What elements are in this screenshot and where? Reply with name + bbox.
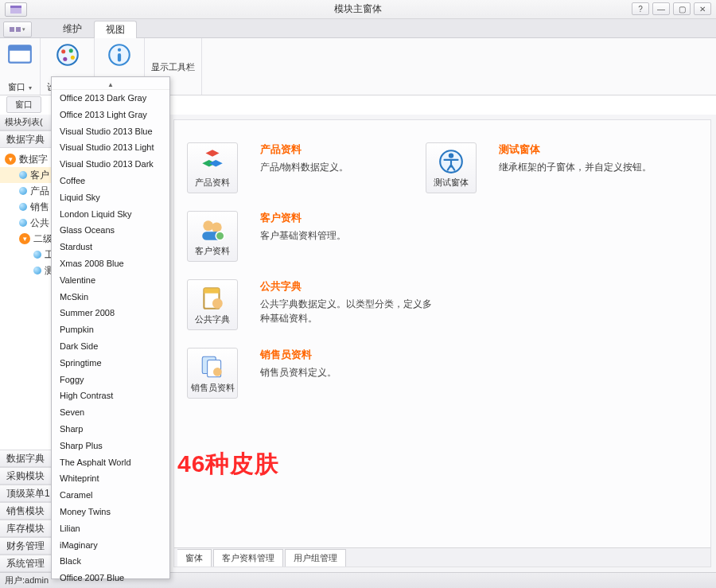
content-area: 产品资料 产品资料产品/物料数据定义。 客户资料 客户资料客户基础资料管理。 公… bbox=[169, 115, 716, 572]
skin-menu-item[interactable]: Coffee bbox=[52, 173, 169, 189]
help-button[interactable]: ? bbox=[632, 2, 649, 15]
skin-menu-item[interactable]: Office 2007 Blue bbox=[52, 570, 169, 586]
skin-menu-item[interactable]: Pumpkin bbox=[52, 321, 169, 338]
node-icon bbox=[33, 251, 41, 259]
skin-menu-item[interactable]: Money Twins bbox=[52, 504, 169, 520]
card-customer[interactable]: 客户资料 客户资料客户基础资料管理。 bbox=[187, 211, 435, 262]
svg-point-7 bbox=[70, 56, 74, 60]
skin-menu-item[interactable]: Sharp Plus bbox=[52, 438, 169, 454]
skin-count-annotation: 46种皮肤 bbox=[177, 448, 279, 481]
accessibility-icon bbox=[438, 148, 465, 175]
card-column-right: 测试窗体 测试窗体继承框架的子窗体，并自定义按钮。 bbox=[426, 142, 652, 211]
notebook-icon bbox=[199, 285, 226, 312]
skin-menu-item[interactable]: Glass Oceans bbox=[52, 222, 169, 239]
svg-point-4 bbox=[57, 45, 78, 65]
svg-point-6 bbox=[68, 49, 72, 53]
svg-point-21 bbox=[212, 298, 223, 309]
skin-menu-item[interactable]: Summer 2008 bbox=[52, 305, 169, 321]
skin-menu-item[interactable]: Foggy bbox=[52, 372, 169, 388]
window-title: 模块主窗体 bbox=[0, 2, 716, 16]
svg-rect-20 bbox=[204, 288, 219, 293]
skin-menu-item[interactable]: Visual Studio 2013 Blue bbox=[52, 123, 169, 140]
skin-menu-item[interactable]: iMaginary bbox=[52, 537, 169, 554]
node-icon bbox=[19, 219, 27, 227]
svg-point-26 bbox=[449, 153, 453, 158]
svg-point-15 bbox=[203, 220, 213, 231]
card-dictionary[interactable]: 公共字典 公共字典公共字典数据定义。以类型分类，定义多种基础资料。 bbox=[187, 279, 435, 330]
content-inner: 产品资料 产品资料产品/物料数据定义。 客户资料 客户资料客户基础资料管理。 公… bbox=[173, 119, 711, 567]
ribbon-tab-row: ▾ 维护 视图 bbox=[0, 19, 716, 38]
collapse-icon[interactable]: ▾ bbox=[19, 233, 30, 244]
skin-menu-item[interactable]: Dark Side bbox=[52, 338, 169, 355]
skin-menu-item[interactable]: McSkin bbox=[52, 289, 169, 306]
info-icon bbox=[106, 41, 133, 68]
maximize-button[interactable]: ▢ bbox=[673, 2, 691, 15]
scroll-up-arrow[interactable]: ▲ bbox=[52, 80, 169, 90]
svg-point-16 bbox=[212, 222, 222, 232]
skin-menu-item[interactable]: Visual Studio 2013 Light bbox=[52, 139, 169, 156]
quick-access-toolbar[interactable]: ▾ bbox=[3, 21, 32, 37]
bottom-tab[interactable]: 客户资料管理 bbox=[213, 549, 283, 567]
bottom-tab[interactable]: 窗体 bbox=[177, 549, 212, 567]
bottom-tab[interactable]: 用户组管理 bbox=[285, 549, 346, 567]
svg-rect-1 bbox=[10, 6, 21, 8]
skin-menu-item[interactable]: London Liquid Sky bbox=[52, 206, 169, 223]
skin-dropdown[interactable]: ▲ Office 2013 Dark GrayOffice 2013 Light… bbox=[51, 76, 170, 579]
svg-point-8 bbox=[63, 57, 67, 61]
svg-point-24 bbox=[213, 368, 222, 376]
skin-menu-item[interactable]: Springtime bbox=[52, 355, 169, 372]
ribbon-tab-maintain[interactable]: 维护 bbox=[51, 20, 94, 37]
ribbon-window-button[interactable]: 窗口 ▾ bbox=[0, 38, 41, 95]
skin-menu-item[interactable]: High Contrast bbox=[52, 387, 169, 404]
chevron-down-icon: ▾ bbox=[29, 84, 32, 92]
users-icon bbox=[199, 216, 226, 243]
svg-point-5 bbox=[61, 49, 65, 53]
palette-icon bbox=[54, 41, 81, 68]
close-button[interactable]: ✕ bbox=[694, 2, 711, 15]
skin-menu-item[interactable]: Sharp bbox=[52, 421, 169, 438]
svg-point-10 bbox=[118, 49, 121, 52]
skin-menu-item[interactable]: Liquid Sky bbox=[52, 189, 169, 206]
title-bar: 模块主窗体 ? — ▢ ✕ bbox=[0, 0, 716, 19]
ribbon-window-label: 窗口 bbox=[8, 82, 25, 92]
skin-menu-item[interactable]: Lilian bbox=[52, 520, 169, 537]
skin-menu-item[interactable]: Valentine bbox=[52, 272, 169, 289]
collapse-icon[interactable]: ▾ bbox=[5, 154, 16, 165]
window-buttons: ? — ▢ ✕ bbox=[632, 2, 711, 15]
skin-menu-item[interactable]: Whiteprint bbox=[52, 470, 169, 487]
card-salesman[interactable]: 销售员资料 销售员资料销售员资料定义。 bbox=[187, 348, 435, 399]
skin-menu-item[interactable]: Caramel bbox=[52, 487, 169, 504]
skin-menu-item[interactable]: Office 2013 Dark Gray bbox=[52, 90, 169, 107]
skin-menu-item[interactable]: The Asphalt World bbox=[52, 454, 169, 471]
skin-menu-item[interactable]: Stardust bbox=[52, 239, 169, 255]
skin-menu-item[interactable]: Seven bbox=[52, 404, 169, 421]
node-icon bbox=[33, 267, 41, 275]
ribbon-tab-view[interactable]: 视图 bbox=[94, 21, 137, 38]
system-menu-button[interactable] bbox=[5, 2, 27, 17]
bottom-tab-strip: 窗体 客户资料管理 用户组管理 bbox=[174, 547, 710, 567]
svg-marker-12 bbox=[206, 150, 220, 157]
node-icon bbox=[19, 203, 27, 211]
skin-menu-item[interactable]: Visual Studio 2013 Dark bbox=[52, 156, 169, 173]
node-icon bbox=[19, 187, 27, 195]
svg-point-18 bbox=[216, 232, 224, 240]
skin-menu-item[interactable]: Office 2013 Light Gray bbox=[52, 107, 169, 123]
node-icon bbox=[19, 171, 27, 179]
window-icon bbox=[6, 41, 33, 68]
skin-menu-item[interactable]: Xmas 2008 Blue bbox=[52, 255, 169, 272]
ribbon-toolbar-label: 显示工具栏 bbox=[151, 61, 195, 73]
docs-icon bbox=[199, 353, 226, 380]
card-product[interactable]: 产品资料 产品资料产品/物料数据定义。 bbox=[187, 142, 435, 193]
card-test-form[interactable]: 测试窗体 测试窗体继承框架的子窗体，并自定义按钮。 bbox=[426, 142, 652, 193]
minimize-button[interactable]: — bbox=[652, 2, 670, 15]
cubes-icon bbox=[199, 148, 226, 175]
skin-menu-item[interactable]: Black bbox=[52, 553, 169, 570]
card-column-left: 产品资料 产品资料产品/物料数据定义。 客户资料 客户资料客户基础资料管理。 公… bbox=[187, 142, 435, 416]
svg-rect-3 bbox=[9, 45, 31, 50]
status-user: 用户:admin bbox=[5, 574, 49, 586]
svg-rect-11 bbox=[118, 53, 121, 62]
